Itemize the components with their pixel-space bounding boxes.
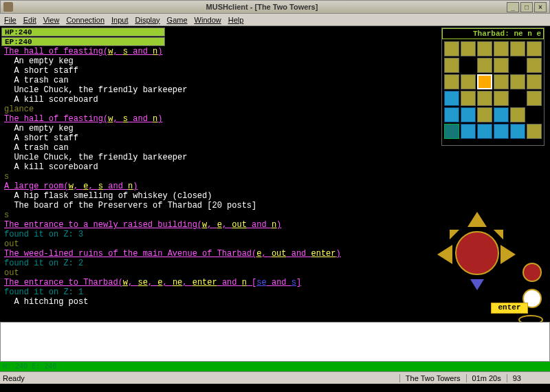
minimap-title: Tharbad: ne n e bbox=[442, 28, 544, 39]
menu-edit[interactable]: Edit bbox=[23, 16, 36, 24]
output-line: A kill scoreboard bbox=[4, 162, 546, 172]
menu-game[interactable]: Game bbox=[167, 16, 188, 24]
compass-oval-icon[interactable] bbox=[518, 315, 543, 322]
output-line: A large room(w, e, s and n) bbox=[4, 182, 546, 191]
compass-ne-icon[interactable] bbox=[494, 220, 513, 239]
menu-help[interactable]: Help bbox=[228, 16, 244, 24]
app-icon bbox=[3, 2, 13, 12]
compass-nw-icon[interactable] bbox=[440, 220, 459, 239]
status-ready: Ready bbox=[3, 374, 25, 382]
enter-button[interactable]: enter bbox=[491, 303, 528, 314]
output-line: A hip flask smelling of whiskey (closed) bbox=[4, 191, 546, 201]
menu-bar: File Edit View Connection Input Display … bbox=[0, 14, 550, 26]
status-num: 93 bbox=[507, 374, 527, 382]
compass-east-icon[interactable] bbox=[500, 245, 516, 264]
menu-connection[interactable]: Connection bbox=[66, 16, 104, 24]
status-strip: H: 240 E: 240 bbox=[0, 362, 550, 371]
compass-south-icon[interactable] bbox=[470, 279, 484, 290]
status-time: 01m 20s bbox=[466, 374, 507, 382]
window-title: MUSHclient - [The Two Towers] bbox=[17, 3, 507, 11]
output-line: The board of the Preservers of Tharbad [… bbox=[4, 201, 546, 210]
output-line: s bbox=[4, 172, 546, 182]
compass-rose bbox=[433, 212, 522, 308]
bottom-statusbar: Ready The Two Towers 01m 20s 93 bbox=[0, 371, 550, 384]
compass-aux-red[interactable] bbox=[522, 263, 542, 282]
command-input[interactable] bbox=[0, 322, 550, 362]
menu-window[interactable]: Window bbox=[195, 16, 221, 24]
output-line: Uncle Chuck, the friendly barkeeper bbox=[4, 153, 546, 162]
menu-file[interactable]: File bbox=[4, 16, 16, 24]
window-titlebar: MUSHclient - [The Two Towers] _ □ × bbox=[0, 0, 550, 14]
ep-bar: EP:240 bbox=[1, 37, 165, 46]
menu-display[interactable]: Display bbox=[135, 16, 160, 24]
compass-west-icon[interactable] bbox=[437, 245, 452, 264]
compass-center-icon[interactable] bbox=[455, 231, 499, 275]
minimap[interactable]: Tharbad: ne n e bbox=[441, 28, 544, 146]
compass-north-icon[interactable] bbox=[468, 212, 487, 227]
status-world: The Two Towers bbox=[399, 374, 466, 382]
maximize-button[interactable]: □ bbox=[520, 2, 533, 12]
minimize-button[interactable]: _ bbox=[507, 2, 519, 12]
close-button[interactable]: × bbox=[534, 2, 547, 12]
menu-input[interactable]: Input bbox=[111, 16, 128, 24]
menu-view[interactable]: View bbox=[43, 16, 60, 24]
hp-bar: HP:240 bbox=[1, 28, 165, 36]
game-output-area: perglanceThe hall of feasting(w, s and n… bbox=[0, 26, 550, 322]
minimap-grid bbox=[442, 39, 544, 141]
